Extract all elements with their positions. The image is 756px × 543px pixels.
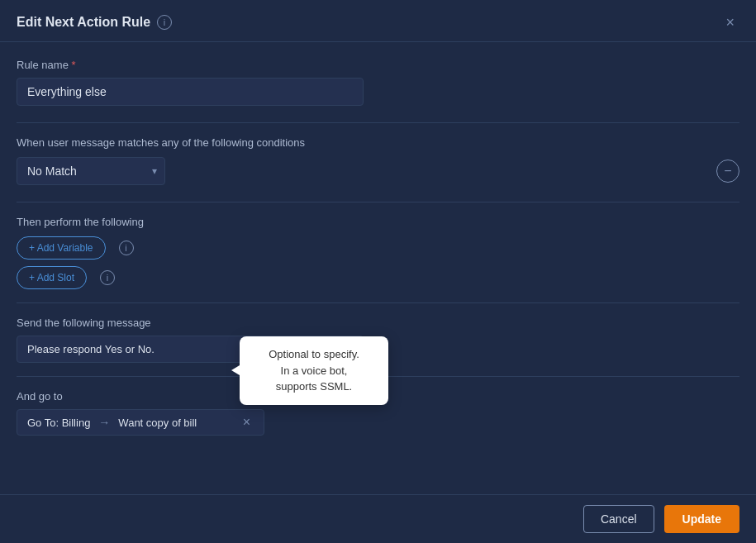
message-label: Send the following message <box>17 317 739 329</box>
edit-next-action-rule-modal: Edit Next Action Rule i × Rule name * Wh… <box>0 0 756 543</box>
perform-section: Then perform the following + Add Variabl… <box>17 216 739 289</box>
goto-destination: Want copy of bill <box>118 417 231 429</box>
remove-condition-button[interactable]: − <box>716 160 739 183</box>
add-slot-row: + Add Slot i <box>17 266 739 289</box>
modal-header-left: Edit Next Action Rule i <box>17 15 172 30</box>
message-section: Send the following message Optional to s… <box>17 317 739 363</box>
goto-source: Go To: Billing <box>27 417 90 429</box>
conditions-label: When user message matches any of the fol… <box>17 136 739 149</box>
modal-close-button[interactable]: × <box>720 13 739 31</box>
add-variable-info-icon[interactable]: i <box>119 241 134 255</box>
add-slot-info-icon[interactable]: i <box>100 270 115 285</box>
update-button[interactable]: Update <box>664 505 739 533</box>
condition-row: No Match Exact Match Contains Starts Wit… <box>17 157 739 185</box>
modal-body: Rule name * When user message matches an… <box>0 42 756 494</box>
modal-info-icon[interactable]: i <box>157 15 172 30</box>
goto-row: Go To: Billing → Want copy of bill × <box>17 409 264 436</box>
perform-label: Then perform the following <box>17 216 739 228</box>
ssml-tooltip: Optional to specify. In a voice bot, sup… <box>240 336 388 405</box>
modal-footer: Cancel Update <box>0 494 756 543</box>
rule-name-label: Rule name * <box>17 59 739 71</box>
goto-remove-button[interactable]: × <box>240 415 254 430</box>
add-variable-button[interactable]: + Add Variable <box>17 236 106 260</box>
divider-3 <box>17 302 739 303</box>
condition-select[interactable]: No Match Exact Match Contains Starts Wit… <box>17 157 165 185</box>
conditions-group: When user message matches any of the fol… <box>17 136 739 185</box>
modal-header: Edit Next Action Rule i × <box>0 0 756 42</box>
rule-name-input[interactable] <box>17 78 364 106</box>
divider-2 <box>17 202 739 202</box>
divider-1 <box>17 122 739 123</box>
condition-select-wrapper: No Match Exact Match Contains Starts Wit… <box>17 157 165 185</box>
perform-buttons-row: + Add Variable i <box>17 236 739 260</box>
modal-title: Edit Next Action Rule <box>17 15 150 30</box>
cancel-button[interactable]: Cancel <box>583 505 654 533</box>
add-slot-button[interactable]: + Add Slot <box>17 266 87 289</box>
required-marker: * <box>72 59 76 71</box>
rule-name-group: Rule name * <box>17 59 739 106</box>
goto-arrow-icon: → <box>98 416 110 429</box>
